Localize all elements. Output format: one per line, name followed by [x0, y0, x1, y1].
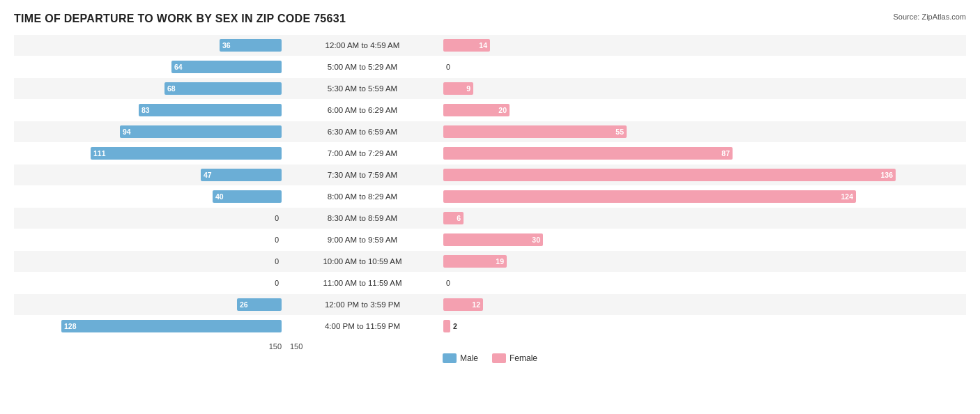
bar-row: 946:30 AM to 6:59 AM55	[14, 121, 966, 142]
axis-right-value: 150	[286, 342, 966, 351]
female-bar: 12	[443, 298, 483, 311]
female-bar-value: 0	[446, 279, 450, 287]
female-bar: 6	[443, 212, 464, 224]
right-bar-section: 19	[439, 251, 966, 272]
male-bar-value: 111	[91, 149, 106, 158]
time-label: 5:30 AM to 5:59 AM	[286, 84, 439, 93]
time-label: 12:00 PM to 3:59 PM	[286, 300, 439, 309]
time-label: 6:00 AM to 6:29 AM	[286, 106, 439, 114]
time-label: 11:00 AM to 11:59 AM	[286, 279, 439, 287]
axis-row: 150 150	[14, 342, 966, 351]
male-bar-value: 0	[275, 279, 279, 287]
male-bar-value: 83	[139, 106, 150, 114]
right-bar-section: 30	[439, 229, 966, 250]
right-bar-section: 124	[439, 186, 966, 207]
right-bar-section: 136	[439, 164, 966, 185]
male-bar: 94	[120, 125, 282, 138]
female-bar: 14	[443, 39, 490, 52]
left-bar-section: 111	[14, 143, 286, 164]
bar-row: 408:00 AM to 8:29 AM124	[14, 186, 966, 207]
bar-row: 836:00 AM to 6:29 AM20	[14, 100, 966, 121]
bar-row: 011:00 AM to 11:59 AM0	[14, 273, 966, 293]
time-label: 7:00 AM to 7:29 AM	[286, 149, 439, 158]
female-bar: 9	[443, 82, 473, 95]
legend-row: Male Female	[14, 353, 966, 363]
right-bar-section: 2	[439, 316, 966, 337]
bar-row: 09:00 AM to 9:59 AM30	[14, 229, 966, 250]
female-bar: 30	[443, 233, 543, 246]
bar-row: 3612:00 AM to 4:59 AM14	[14, 35, 966, 56]
bar-row: 08:30 AM to 8:59 AM6	[14, 208, 966, 229]
male-bar-value: 36	[220, 41, 231, 49]
female-bar: 136	[443, 169, 896, 181]
male-bar-value: 0	[275, 257, 279, 266]
time-label: 9:00 AM to 9:59 AM	[286, 236, 439, 244]
female-bar-value: 6	[457, 214, 464, 222]
bar-row: 1284:00 PM to 11:59 PM2	[14, 316, 966, 337]
chart-container: TIME OF DEPARTURE TO WORK BY SEX IN ZIP …	[0, 0, 980, 414]
male-bar: 111	[91, 147, 282, 160]
bar-row: 477:30 AM to 7:59 AM136	[14, 164, 966, 185]
time-label: 8:00 AM to 8:29 AM	[286, 192, 439, 201]
right-bar-section: 14	[439, 35, 966, 56]
male-bar-value: 0	[275, 236, 279, 244]
right-bar-section: 55	[439, 121, 966, 142]
female-bar-value: 9	[466, 84, 473, 93]
time-label: 10:00 AM to 10:59 AM	[286, 257, 439, 266]
time-label: 12:00 AM to 4:59 AM	[286, 41, 439, 49]
female-bar-value: 2	[453, 322, 457, 330]
female-bar-value: 20	[498, 106, 510, 114]
left-bar-section: 36	[14, 35, 286, 56]
female-bar-value: 0	[446, 63, 450, 71]
male-bar-value: 26	[237, 300, 248, 309]
male-bar: 36	[220, 39, 282, 52]
left-bar-section: 0	[14, 251, 286, 272]
female-bar: 87	[443, 147, 733, 160]
right-bar-section: 0	[439, 273, 966, 293]
female-bar: 55	[443, 125, 627, 138]
male-bar: 83	[139, 104, 282, 116]
female-bar-value: 124	[841, 192, 856, 201]
title-row: TIME OF DEPARTURE TO WORK BY SEX IN ZIP …	[14, 13, 966, 25]
female-bar-value: 19	[496, 257, 507, 266]
bar-row: 2612:00 PM to 3:59 PM12	[14, 294, 966, 315]
male-bar-value: 64	[171, 63, 183, 71]
left-bar-section: 47	[14, 164, 286, 185]
female-bar	[443, 320, 450, 332]
time-label: 5:00 AM to 5:29 AM	[286, 63, 439, 71]
right-bar-section: 6	[439, 208, 966, 229]
right-bar-section: 87	[439, 143, 966, 164]
female-bar: 124	[443, 190, 856, 203]
bar-row: 1117:00 AM to 7:29 AM87	[14, 143, 966, 164]
chart-title: TIME OF DEPARTURE TO WORK BY SEX IN ZIP …	[14, 13, 346, 25]
bar-row: 645:00 AM to 5:29 AM0	[14, 56, 966, 77]
male-bar: 68	[164, 82, 282, 95]
time-label: 7:30 AM to 7:59 AM	[286, 171, 439, 179]
male-bar: 128	[61, 320, 282, 332]
right-bar-section: 12	[439, 294, 966, 315]
legend-male: Male	[443, 353, 478, 363]
female-label: Female	[510, 353, 537, 363]
time-label: 6:30 AM to 6:59 AM	[286, 128, 439, 136]
female-bar-value: 136	[880, 171, 896, 179]
left-bar-section: 40	[14, 186, 286, 207]
male-bar: 26	[237, 298, 282, 311]
male-bar-value: 0	[275, 214, 279, 222]
left-bar-section: 0	[14, 229, 286, 250]
female-swatch	[492, 353, 506, 363]
legend-female: Female	[492, 353, 537, 363]
right-bar-section: 20	[439, 100, 966, 121]
left-bar-section: 128	[14, 316, 286, 337]
female-bar-value: 14	[479, 41, 490, 49]
female-bar-value: 87	[721, 149, 733, 158]
male-bar-value: 47	[201, 171, 212, 179]
female-bar: 20	[443, 104, 510, 116]
left-bar-section: 83	[14, 100, 286, 121]
axis-left-value: 150	[14, 342, 286, 351]
female-bar: 19	[443, 255, 507, 268]
bar-row: 010:00 AM to 10:59 AM19	[14, 251, 966, 272]
left-bar-section: 0	[14, 208, 286, 229]
male-bar: 64	[171, 61, 282, 73]
time-label: 8:30 AM to 8:59 AM	[286, 214, 439, 222]
chart-area: 3612:00 AM to 4:59 AM14645:00 AM to 5:29…	[14, 35, 966, 337]
